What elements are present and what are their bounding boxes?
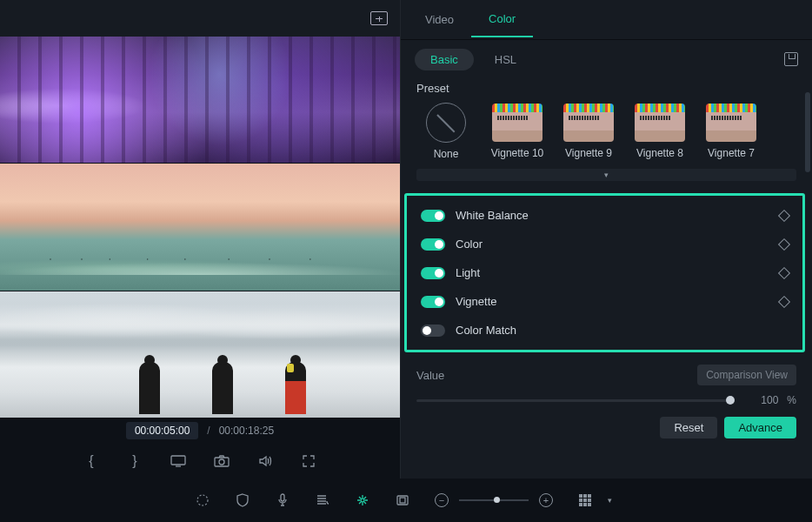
preset-scrollbar[interactable] [805,92,810,172]
preview-clip-1[interactable] [0,37,400,163]
svg-rect-0 [171,456,185,465]
toggle-color-match[interactable] [421,325,445,337]
snapshot-icon[interactable] [214,455,230,467]
fullscreen-icon[interactable] [301,454,316,468]
preview-clip-2[interactable] [0,164,400,290]
preset-vignette-10[interactable]: Vignette 10 [488,104,547,159]
keyframe-white-balance-icon[interactable] [778,209,790,221]
preset-thumb [706,104,756,142]
none-icon [426,103,466,143]
svg-rect-4 [281,494,284,501]
save-preset-icon[interactable] [784,52,798,66]
preset-vignette-8[interactable]: Vignette 8 [630,104,689,159]
display-icon[interactable] [170,455,186,467]
row-color: Color [412,230,797,258]
value-slider[interactable] [416,399,735,402]
crop-icon[interactable] [395,492,410,508]
scope-icon[interactable] [370,11,388,25]
svg-rect-7 [400,498,405,503]
zoom-slider[interactable] [459,499,529,501]
preset-thumb [563,104,614,142]
toggle-color[interactable] [421,238,445,251]
audio-track-icon[interactable] [315,492,330,508]
keyframe-light-icon[interactable] [778,266,790,278]
svg-point-5 [361,499,364,502]
inspector-panel: Video Color Basic HSL Preset None Vignet… [400,0,812,478]
grid-dropdown-icon[interactable]: ▾ [602,492,617,508]
zoom-out-button[interactable]: − [435,493,449,507]
toggle-white-balance[interactable] [421,210,445,222]
preset-vignette-9[interactable]: Vignette 9 [559,104,618,159]
advance-button[interactable]: Advance [724,417,796,438]
preset-row: None Vignette 10 Vignette 9 Vignette 8 V… [401,104,812,160]
timeline-toolbar: − + ▾ [0,478,812,522]
svg-point-2 [219,459,224,465]
zoom-in-button[interactable]: + [539,493,553,507]
row-white-balance: White Balance [412,201,797,230]
keyframe-color-icon[interactable] [778,238,790,250]
subtab-basic[interactable]: Basic [415,49,474,70]
keyframe-vignette-icon[interactable] [778,295,790,307]
tab-color[interactable]: Color [471,2,533,37]
preset-thumb [635,104,685,142]
row-vignette: Vignette [412,287,797,316]
preset-vignette-7[interactable]: Vignette 7 [702,104,761,159]
preset-thumb [492,104,542,142]
shield-icon[interactable] [235,492,250,508]
loading-icon[interactable] [195,492,210,508]
preset-label: Preset [401,78,812,104]
time-display: 00:00:05:00 / 00:00:18:25 [0,418,400,444]
mic-icon[interactable] [275,492,290,508]
preset-none[interactable]: None [416,104,476,160]
preview-clip-3[interactable] [0,291,400,418]
value-label: Value [416,369,444,382]
mark-out-icon[interactable]: } [127,453,143,469]
total-time: 00:00:18:25 [219,425,274,437]
subtab-hsl[interactable]: HSL [479,49,532,70]
comparison-view-button[interactable]: Comparison View [697,365,796,385]
value-number[interactable]: 100 [743,394,778,406]
preview-panel: 00:00:05:00 / 00:00:18:25 { } [0,0,400,478]
toggle-vignette[interactable] [421,296,445,308]
tab-video[interactable]: Video [408,3,471,37]
color-tool-icon[interactable] [355,492,370,508]
preview-stack [0,37,400,418]
row-color-match: Color Match [412,316,797,345]
volume-icon[interactable] [257,454,273,468]
toggle-light[interactable] [421,267,445,279]
row-light: Light [412,258,797,287]
mark-in-icon[interactable]: { [83,453,99,469]
preset-expand[interactable]: ▾ [416,169,796,181]
color-adjustments-group: White Balance Color Light Vignette Color [404,193,805,352]
grid-view-icon[interactable] [577,492,593,508]
current-time: 00:00:05:00 [126,422,198,439]
svg-point-3 [197,495,208,505]
reset-button[interactable]: Reset [660,417,717,438]
